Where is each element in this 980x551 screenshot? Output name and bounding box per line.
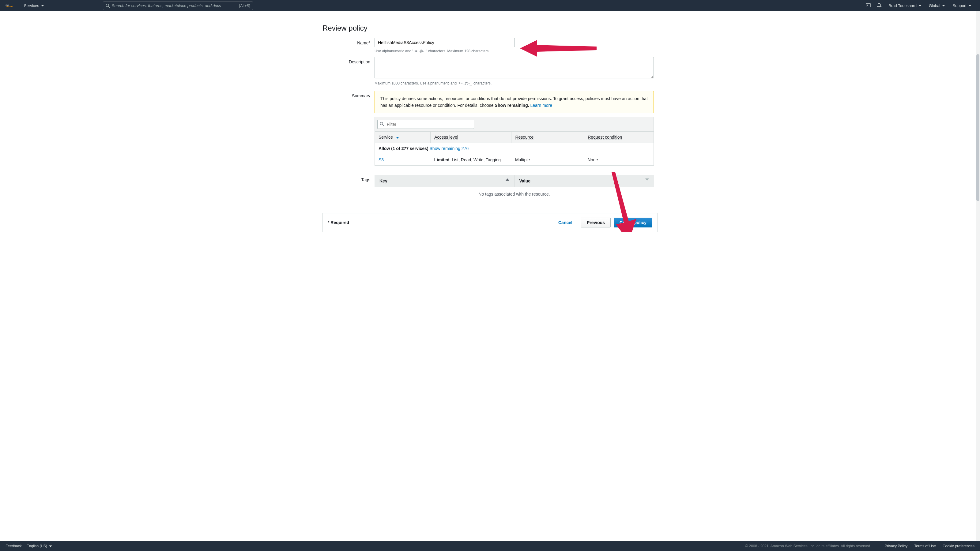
action-bar: * Required Cancel Previous Create policy — [323, 213, 657, 232]
svg-point-5 — [380, 122, 383, 125]
tags-value-header[interactable]: Value — [514, 175, 654, 187]
search-box[interactable]: [Alt+S] — [103, 2, 253, 10]
filter-search-icon — [380, 122, 384, 127]
user-menu[interactable]: Brad Touesnard — [885, 3, 925, 8]
tags-key-header[interactable]: Key — [375, 175, 514, 187]
warning-bold: Show remaining. — [495, 103, 529, 108]
filter-bar — [375, 117, 654, 131]
svg-line-2 — [108, 6, 110, 8]
caret-down-icon — [918, 5, 921, 6]
summary-label: Summary — [323, 91, 375, 166]
filter-input[interactable] — [377, 120, 474, 129]
description-label: Description — [323, 57, 375, 86]
support-label: Support — [953, 3, 967, 8]
services-label: Services — [24, 3, 39, 8]
col-service[interactable]: Service — [375, 132, 431, 143]
tags-label: Tags — [323, 175, 375, 201]
tags-row: Tags Key Value No t — [323, 175, 657, 201]
svg-text:aws: aws — [5, 4, 9, 5]
user-label: Brad Touesnard — [888, 3, 916, 8]
condition-cell: None — [584, 154, 654, 166]
page-title: Review policy — [323, 24, 657, 32]
search-input[interactable] — [112, 3, 239, 8]
top-nav: aws Services [Alt+S] Brad Touesnard Glob… — [0, 0, 980, 11]
caret-down-icon — [968, 5, 971, 6]
name-input[interactable] — [375, 38, 515, 47]
col-resource[interactable]: Resource — [511, 132, 584, 143]
permissions-table: Service Access level Resource Request co… — [375, 131, 654, 166]
description-input[interactable] — [375, 57, 654, 78]
support-menu[interactable]: Support — [949, 3, 975, 8]
sort-up-icon — [506, 178, 509, 181]
service-link[interactable]: S3 — [379, 157, 384, 162]
page-content: Review policy Name* Use alphanumeric and… — [323, 17, 657, 201]
name-label: Name* — [323, 38, 375, 53]
description-hint: Maximum 1000 characters. Use alphanumeri… — [375, 81, 657, 86]
summary-row: Summary This policy defines some actions… — [323, 91, 657, 166]
name-row: Name* Use alphanumeric and '+=,.@-_' cha… — [323, 38, 657, 53]
required-note: * Required — [328, 220, 349, 225]
col-request-condition[interactable]: Request condition — [584, 132, 654, 143]
aws-logo[interactable]: aws — [5, 4, 14, 7]
aws-logo-icon: aws — [5, 4, 14, 7]
svg-line-6 — [382, 125, 384, 126]
show-remaining-link[interactable]: Show remaining 276 — [430, 146, 469, 151]
search-icon — [106, 4, 110, 8]
services-menu[interactable]: Services — [20, 3, 48, 8]
search-hint: [Alt+S] — [239, 4, 250, 8]
scrollbar[interactable] — [976, 11, 980, 232]
summary-table: Service Access level Resource Request co… — [375, 117, 654, 166]
allow-summary-row: Allow (1 of 277 services) Show remaining… — [375, 143, 654, 154]
tags-table: Key Value No tags associated with the re… — [375, 175, 654, 201]
access-level-cell: Limited: List, Read, Write, Tagging — [431, 154, 511, 166]
allow-prefix: Allow (1 of 277 services) — [379, 146, 428, 151]
description-row: Description Maximum 1000 characters. Use… — [323, 57, 657, 86]
resource-cell: Multiple — [511, 154, 584, 166]
create-policy-button[interactable]: Create policy — [614, 218, 652, 227]
previous-button[interactable]: Previous — [581, 218, 611, 227]
table-row: S3 Limited: List, Read, Write, Tagging M… — [375, 154, 654, 166]
col-access-level[interactable]: Access level — [431, 132, 511, 143]
summary-warning: This policy defines some actions, resour… — [375, 91, 654, 113]
notifications-icon[interactable] — [874, 3, 885, 9]
tags-empty: No tags associated with the resource. — [375, 187, 654, 201]
nav-right: Brad Touesnard Global Support — [863, 3, 975, 9]
region-menu[interactable]: Global — [925, 3, 949, 8]
name-hint: Use alphanumeric and '+=,.@-_' character… — [375, 49, 657, 53]
region-label: Global — [929, 3, 940, 8]
scrollbar-thumb[interactable] — [976, 54, 979, 201]
svg-point-1 — [106, 4, 109, 7]
sort-caret-icon — [396, 137, 399, 139]
cloudshell-icon[interactable] — [863, 3, 874, 9]
cancel-button[interactable]: Cancel — [553, 218, 578, 227]
sort-down-icon — [645, 178, 649, 181]
caret-down-icon — [942, 5, 945, 6]
caret-down-icon — [41, 5, 44, 6]
learn-more-link[interactable]: Learn more — [530, 103, 552, 108]
